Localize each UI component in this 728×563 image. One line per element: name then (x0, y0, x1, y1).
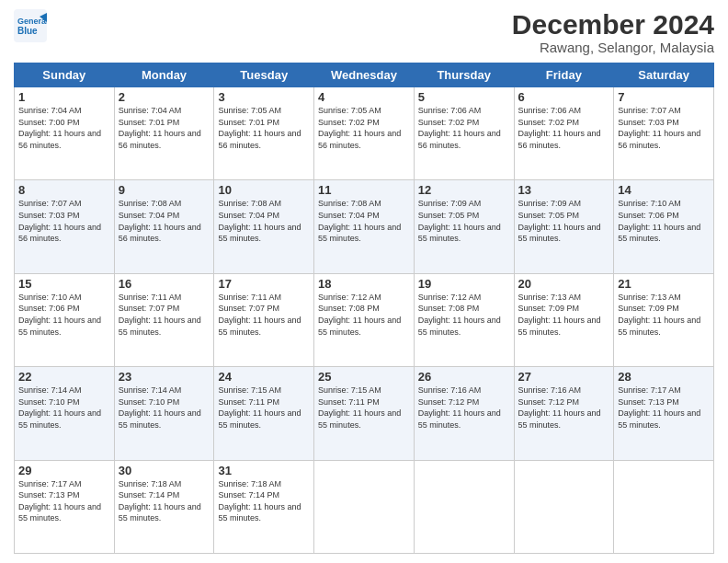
day-number: 11 (318, 183, 410, 197)
day-info: Sunrise: 7:17 AMSunset: 7:13 PMDaylight:… (18, 479, 101, 523)
svg-text:Blue: Blue (17, 26, 38, 36)
day-info: Sunrise: 7:11 AMSunset: 7:07 PMDaylight:… (218, 293, 301, 337)
header-cell-thursday: Thursday (414, 63, 514, 87)
week-row-4: 22 Sunrise: 7:14 AMSunset: 7:10 PMDaylig… (15, 367, 714, 460)
day-info: Sunrise: 7:07 AMSunset: 7:03 PMDaylight:… (18, 199, 101, 243)
day-number: 12 (418, 183, 510, 197)
day-info: Sunrise: 7:10 AMSunset: 7:06 PMDaylight:… (618, 199, 700, 243)
day-cell: 31 Sunrise: 7:18 AMSunset: 7:14 PMDaylig… (214, 460, 314, 553)
day-number: 1 (18, 90, 110, 104)
logo-icon: General Blue (14, 9, 47, 42)
day-info: Sunrise: 7:16 AMSunset: 7:12 PMDaylight:… (518, 385, 601, 430)
day-cell: 15 Sunrise: 7:10 AMSunset: 7:06 PMDaylig… (15, 273, 115, 366)
day-number: 20 (518, 277, 610, 291)
day-cell: 17 Sunrise: 7:11 AMSunset: 7:07 PMDaylig… (214, 273, 314, 366)
page-container: General Blue December 2024 Rawang, Selan… (0, 0, 728, 563)
day-cell (614, 460, 714, 553)
day-info: Sunrise: 7:13 AMSunset: 7:09 PMDaylight:… (618, 293, 700, 337)
header-cell-monday: Monday (114, 63, 214, 87)
week-row-5: 29 Sunrise: 7:17 AMSunset: 7:13 PMDaylig… (15, 460, 714, 553)
day-info: Sunrise: 7:05 AMSunset: 7:02 PMDaylight:… (318, 106, 401, 150)
day-cell: 6 Sunrise: 7:06 AMSunset: 7:02 PMDayligh… (514, 87, 614, 180)
day-info: Sunrise: 7:06 AMSunset: 7:02 PMDaylight:… (418, 106, 501, 150)
day-cell: 1 Sunrise: 7:04 AMSunset: 7:00 PMDayligh… (15, 87, 115, 180)
day-info: Sunrise: 7:09 AMSunset: 7:05 PMDaylight:… (418, 199, 501, 243)
day-cell: 21 Sunrise: 7:13 AMSunset: 7:09 PMDaylig… (614, 273, 714, 366)
calendar-table: SundayMondayTuesdayWednesdayThursdayFrid… (14, 63, 714, 554)
day-cell (514, 460, 614, 553)
day-number: 21 (618, 277, 710, 291)
day-info: Sunrise: 7:07 AMSunset: 7:03 PMDaylight:… (618, 106, 700, 150)
day-number: 10 (218, 183, 310, 197)
main-title: December 2024 (512, 9, 714, 40)
logo: General Blue (14, 9, 47, 42)
day-cell: 13 Sunrise: 7:09 AMSunset: 7:05 PMDaylig… (514, 180, 614, 273)
day-cell: 3 Sunrise: 7:05 AMSunset: 7:01 PMDayligh… (214, 87, 314, 180)
day-info: Sunrise: 7:15 AMSunset: 7:11 PMDaylight:… (318, 385, 401, 430)
day-cell: 11 Sunrise: 7:08 AMSunset: 7:04 PMDaylig… (314, 180, 415, 273)
day-info: Sunrise: 7:12 AMSunset: 7:08 PMDaylight:… (318, 293, 401, 337)
day-cell: 2 Sunrise: 7:04 AMSunset: 7:01 PMDayligh… (114, 87, 214, 180)
day-number: 24 (218, 370, 310, 384)
header-cell-wednesday: Wednesday (314, 63, 415, 87)
day-info: Sunrise: 7:04 AMSunset: 7:01 PMDaylight:… (119, 106, 201, 150)
day-number: 13 (518, 183, 610, 197)
day-cell: 10 Sunrise: 7:08 AMSunset: 7:04 PMDaylig… (214, 180, 314, 273)
header: General Blue December 2024 Rawang, Selan… (14, 9, 714, 55)
day-number: 19 (418, 277, 510, 291)
day-cell: 30 Sunrise: 7:18 AMSunset: 7:14 PMDaylig… (114, 460, 214, 553)
day-cell: 16 Sunrise: 7:11 AMSunset: 7:07 PMDaylig… (114, 273, 214, 366)
week-row-2: 8 Sunrise: 7:07 AMSunset: 7:03 PMDayligh… (15, 180, 714, 273)
day-number: 6 (518, 90, 610, 104)
day-number: 9 (119, 183, 210, 197)
day-number: 26 (418, 370, 510, 384)
day-info: Sunrise: 7:08 AMSunset: 7:04 PMDaylight:… (318, 199, 401, 243)
day-cell: 12 Sunrise: 7:09 AMSunset: 7:05 PMDaylig… (414, 180, 514, 273)
title-block: December 2024 Rawang, Selangor, Malaysia (512, 9, 714, 55)
day-cell: 19 Sunrise: 7:12 AMSunset: 7:08 PMDaylig… (414, 273, 514, 366)
day-number: 15 (18, 277, 110, 291)
day-number: 2 (119, 90, 210, 104)
day-cell: 25 Sunrise: 7:15 AMSunset: 7:11 PMDaylig… (314, 367, 415, 460)
header-cell-sunday: Sunday (15, 63, 115, 87)
header-cell-friday: Friday (514, 63, 614, 87)
day-info: Sunrise: 7:17 AMSunset: 7:13 PMDaylight:… (618, 385, 700, 430)
day-info: Sunrise: 7:16 AMSunset: 7:12 PMDaylight:… (418, 385, 501, 430)
day-cell: 22 Sunrise: 7:14 AMSunset: 7:10 PMDaylig… (15, 367, 115, 460)
day-info: Sunrise: 7:09 AMSunset: 7:05 PMDaylight:… (518, 199, 601, 243)
day-info: Sunrise: 7:08 AMSunset: 7:04 PMDaylight:… (218, 199, 301, 243)
week-row-1: 1 Sunrise: 7:04 AMSunset: 7:00 PMDayligh… (15, 87, 714, 180)
day-number: 30 (119, 464, 210, 477)
day-info: Sunrise: 7:06 AMSunset: 7:02 PMDaylight:… (518, 106, 601, 150)
day-number: 4 (318, 90, 410, 104)
day-cell (414, 460, 514, 553)
day-cell (314, 460, 415, 553)
day-cell: 14 Sunrise: 7:10 AMSunset: 7:06 PMDaylig… (614, 180, 714, 273)
day-info: Sunrise: 7:18 AMSunset: 7:14 PMDaylight:… (119, 479, 201, 523)
day-cell: 29 Sunrise: 7:17 AMSunset: 7:13 PMDaylig… (15, 460, 115, 553)
day-info: Sunrise: 7:13 AMSunset: 7:09 PMDaylight:… (518, 293, 601, 337)
day-number: 29 (18, 464, 110, 477)
day-cell: 5 Sunrise: 7:06 AMSunset: 7:02 PMDayligh… (414, 87, 514, 180)
day-info: Sunrise: 7:08 AMSunset: 7:04 PMDaylight:… (119, 199, 201, 243)
subtitle: Rawang, Selangor, Malaysia (512, 40, 714, 55)
day-number: 25 (318, 370, 410, 384)
day-number: 3 (218, 90, 310, 104)
day-number: 23 (119, 370, 210, 384)
day-number: 31 (218, 464, 310, 477)
day-number: 18 (318, 277, 410, 291)
day-number: 22 (18, 370, 110, 384)
header-row: SundayMondayTuesdayWednesdayThursdayFrid… (15, 63, 714, 87)
day-cell: 27 Sunrise: 7:16 AMSunset: 7:12 PMDaylig… (514, 367, 614, 460)
day-info: Sunrise: 7:14 AMSunset: 7:10 PMDaylight:… (119, 385, 201, 430)
day-number: 8 (18, 183, 110, 197)
day-cell: 8 Sunrise: 7:07 AMSunset: 7:03 PMDayligh… (15, 180, 115, 273)
day-info: Sunrise: 7:14 AMSunset: 7:10 PMDaylight:… (18, 385, 101, 430)
day-cell: 24 Sunrise: 7:15 AMSunset: 7:11 PMDaylig… (214, 367, 314, 460)
day-number: 17 (218, 277, 310, 291)
header-cell-saturday: Saturday (614, 63, 714, 87)
day-info: Sunrise: 7:10 AMSunset: 7:06 PMDaylight:… (18, 293, 101, 337)
day-info: Sunrise: 7:11 AMSunset: 7:07 PMDaylight:… (119, 293, 201, 337)
day-info: Sunrise: 7:15 AMSunset: 7:11 PMDaylight:… (218, 385, 301, 430)
day-info: Sunrise: 7:12 AMSunset: 7:08 PMDaylight:… (418, 293, 501, 337)
